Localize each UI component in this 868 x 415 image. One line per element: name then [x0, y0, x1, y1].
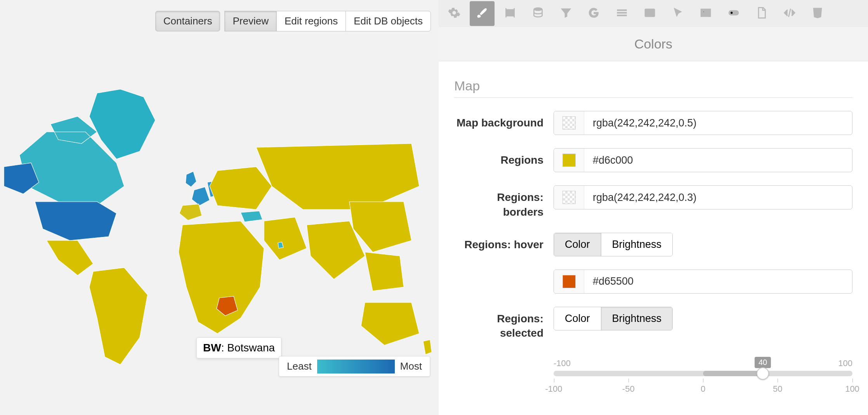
cursor-icon [672, 7, 684, 21]
region-turkey[interactable] [241, 211, 262, 222]
panel-body: Map Map background rgba(242,242,242,0.5)… [439, 61, 868, 415]
tooltip-code: BW [203, 342, 221, 354]
region-spain[interactable] [179, 204, 202, 220]
input-regions[interactable]: #d6c000 [554, 148, 852, 172]
legend-max-label: Most [395, 359, 427, 374]
svg-rect-0 [506, 10, 514, 16]
section-map-heading: Map [454, 78, 852, 98]
top-button-row: Containers Preview Edit regions Edit DB … [156, 11, 431, 31]
row-regions: Regions #d6c000 [454, 148, 852, 172]
label-regions-hover: Regions: hover [454, 233, 554, 252]
tooltip-sep: : [221, 342, 227, 354]
card-tab[interactable] [637, 1, 662, 26]
region-russia[interactable] [256, 144, 419, 209]
panel-title: Colors [439, 27, 868, 61]
image-tab[interactable] [693, 1, 718, 26]
list-tab[interactable] [609, 1, 634, 26]
slider-thumb[interactable] [757, 367, 769, 380]
region-nz[interactable] [423, 340, 432, 354]
row-regions-selected: Regions: selected Color Brightness [454, 307, 852, 341]
swatch-regions-borders [562, 191, 576, 204]
pointer-tab[interactable] [665, 1, 690, 26]
world-map[interactable] [0, 85, 439, 372]
row-regions-hover-color: #d65500 [454, 270, 852, 294]
layout-tab[interactable] [498, 1, 523, 26]
row-map-background: Map background rgba(242,242,242,0.5) [454, 111, 852, 135]
colors-tab[interactable] [470, 1, 495, 26]
id-card-icon [644, 7, 656, 21]
region-uk[interactable] [186, 171, 196, 187]
seg-hover-brightness[interactable]: Brightness [601, 233, 673, 256]
region-europe-rest[interactable] [210, 167, 272, 209]
input-regions-borders[interactable]: rgba(242,242,242,0.3) [554, 185, 852, 209]
row-regions-hover: Regions: hover Color Brightness [454, 233, 852, 256]
frame-icon [504, 7, 516, 21]
map-legend: Least Most [279, 356, 430, 377]
containers-button[interactable]: Containers [155, 11, 220, 31]
value-regions-borders: rgba(242,242,242,0.3) [584, 192, 852, 204]
document-icon [755, 7, 768, 21]
map-tooltip: BW: Botswana [196, 337, 281, 358]
legend-gradient [317, 360, 395, 374]
region-middle-east[interactable] [264, 217, 307, 260]
database-icon [532, 7, 544, 21]
slider-track[interactable]: 40 [554, 371, 852, 376]
row-brightness-slider: -100 100 40 -100 -50 0 50 100 [454, 354, 852, 380]
funnel-icon [560, 7, 572, 21]
slider-value-bubble: 40 [755, 357, 771, 368]
value-map-background: rgba(242,242,242,0.5) [584, 117, 852, 129]
list-icon [616, 7, 628, 21]
input-regions-hover[interactable]: #d65500 [554, 270, 852, 294]
swatch-map-background [562, 116, 576, 130]
svg-point-3 [647, 11, 649, 13]
toggle-icon [727, 7, 740, 21]
region-france[interactable] [192, 187, 210, 206]
swatch-regions-hover [562, 275, 576, 288]
edit-db-objects-button[interactable]: Edit DB objects [345, 11, 431, 31]
seg-selected-brightness[interactable]: Brightness [601, 307, 673, 330]
edit-regions-button[interactable]: Edit regions [276, 11, 346, 31]
slider-min: -100 [554, 358, 571, 368]
input-map-background[interactable]: rgba(242,242,242,0.5) [554, 111, 852, 135]
preview-button[interactable]: Preview [224, 11, 276, 31]
value-regions: #d6c000 [584, 154, 852, 166]
data-tab[interactable] [526, 1, 550, 26]
code-tab[interactable] [777, 1, 802, 26]
brush-icon [476, 7, 488, 21]
region-usa[interactable] [35, 202, 116, 240]
world-map-svg [0, 85, 439, 372]
css-tab[interactable] [805, 1, 830, 26]
brightness-slider[interactable]: -100 100 40 -100 -50 0 50 100 [554, 354, 852, 380]
region-mexico[interactable] [47, 240, 93, 275]
seg-hover: Color Brightness [554, 233, 673, 256]
region-south-america[interactable] [89, 268, 148, 365]
doc-tab[interactable] [749, 1, 774, 26]
label-map-background: Map background [454, 111, 554, 130]
filter-tab[interactable] [554, 1, 578, 26]
seg-hover-color[interactable]: Color [554, 233, 601, 256]
seg-selected: Color Brightness [554, 307, 673, 330]
label-regions: Regions [454, 148, 554, 168]
value-regions-hover: #d65500 [584, 275, 852, 287]
tooltip-name: Botswana [227, 342, 275, 354]
g-icon [588, 7, 600, 21]
slider-fill [703, 371, 763, 376]
settings-tab[interactable] [442, 1, 467, 26]
toggle-tab[interactable] [721, 1, 746, 26]
preview-pane: Containers Preview Edit regions Edit DB … [0, 0, 439, 415]
region-se-asia[interactable] [365, 252, 404, 291]
region-australia[interactable] [361, 303, 419, 345]
google-tab[interactable] [582, 1, 606, 26]
svg-point-7 [730, 11, 733, 14]
inspector-toolbar [439, 0, 868, 27]
css-icon [811, 7, 824, 21]
inspector-pane: Colors Map Map background rgba(242,242,2… [439, 0, 868, 415]
label-regions-borders: Regions: borders [454, 185, 554, 220]
label-regions-selected: Regions: selected [454, 307, 554, 341]
row-regions-borders: Regions: borders rgba(242,242,242,0.3) [454, 185, 852, 220]
region-africa[interactable] [179, 221, 264, 334]
gear-icon [448, 7, 460, 21]
code-icon [783, 7, 796, 21]
svg-point-1 [534, 8, 542, 11]
seg-selected-color[interactable]: Color [554, 307, 601, 330]
